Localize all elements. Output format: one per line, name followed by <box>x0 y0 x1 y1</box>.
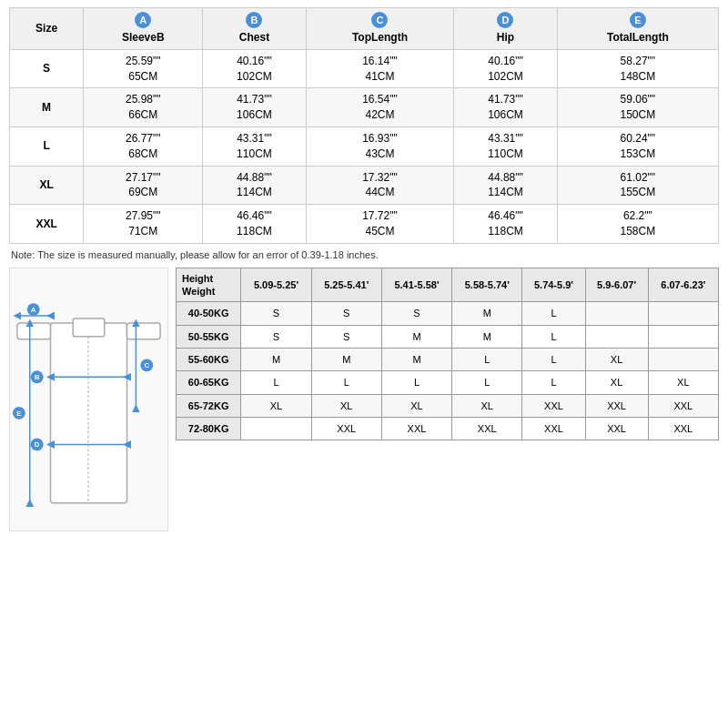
height-col-7: 6.07-6.23' <box>648 268 718 302</box>
svg-rect-1 <box>73 318 105 337</box>
data-cell: 17.72""45CM <box>306 205 454 244</box>
size-col-header: Size <box>10 8 84 50</box>
bottom-section: A B C D E <box>9 268 719 531</box>
height-col-2: 5.25-5.41' <box>311 268 381 302</box>
size-value-cell: S <box>241 325 311 348</box>
size-value-cell: L <box>452 348 522 370</box>
size-value-cell: XL <box>585 371 648 394</box>
data-cell: 60.24""153CM <box>557 126 718 166</box>
size-value-cell: XXL <box>522 394 585 417</box>
size-cell: L <box>10 126 84 166</box>
size-chart-table: Size A SleeveB B Chest C TopLength D Hip <box>9 7 719 244</box>
size-value-cell: XXL <box>648 417 718 440</box>
svg-text:E: E <box>16 410 21 418</box>
size-value-cell: XXL <box>522 417 585 440</box>
size-cell: XL <box>10 166 84 205</box>
table-row: 55-60KGMMMLLXL <box>177 348 719 370</box>
data-cell: 40.16""102CM <box>203 49 306 88</box>
table-row: 40-50KGSSSML <box>177 302 719 325</box>
weight-cell: 60-65KG <box>177 371 241 394</box>
size-value-cell: L <box>311 371 381 394</box>
data-cell: 43.31""110CM <box>454 126 557 166</box>
data-cell: 17.32""44CM <box>306 166 454 205</box>
table-row: S25.59""65CM40.16""102CM16.14""41CM40.16… <box>10 49 719 88</box>
data-cell: 62.2""158CM <box>557 205 718 244</box>
height-col-1: 5.09-5.25' <box>241 268 311 302</box>
wh-chart-table: Height Weight 5.09-5.25' 5.25-5.41' 5.41… <box>176 268 719 440</box>
table-row: 72-80KGXXLXXLXXLXXLXXLXXL <box>177 417 719 440</box>
table-row: L26.77""68CM43.31""110CM16.93""43CM43.31… <box>10 126 719 166</box>
data-cell: 16.14""41CM <box>306 49 454 88</box>
data-cell: 61.02""155CM <box>557 166 718 205</box>
hip-col-header: D Hip <box>454 8 557 50</box>
size-cell: M <box>10 88 84 127</box>
data-cell: 46.46""118CM <box>454 205 557 244</box>
size-value-cell: XL <box>241 394 311 417</box>
size-value-cell <box>585 325 648 348</box>
data-cell: 16.93""43CM <box>306 126 454 166</box>
size-value-cell: XL <box>311 394 381 417</box>
size-value-cell: M <box>381 348 451 370</box>
svg-text:C: C <box>144 361 149 369</box>
weight-cell: 50-55KG <box>177 325 241 348</box>
table-row: 50-55KGSSMML <box>177 325 719 348</box>
garment-diagram: A B C D E <box>9 268 168 531</box>
data-cell: 16.54""42CM <box>306 88 454 127</box>
weight-cell: 65-72KG <box>177 394 241 417</box>
svg-text:A: A <box>31 306 36 314</box>
height-col-6: 5.9-6.07' <box>585 268 648 302</box>
size-value-cell: XXL <box>311 417 381 440</box>
size-value-cell: L <box>452 371 522 394</box>
size-value-cell: L <box>522 348 585 370</box>
size-value-cell: S <box>241 302 311 325</box>
circle-d: D <box>497 12 513 28</box>
size-value-cell: XXL <box>452 417 522 440</box>
size-value-cell: XXL <box>585 394 648 417</box>
wh-header-cell: Height Weight <box>177 268 241 302</box>
table-row: XXL27.95""71CM46.46""118CM17.72""45CM46.… <box>10 205 719 244</box>
table-row: XL27.17""69CM44.88""114CM17.32""44CM44.8… <box>10 166 719 205</box>
table-row: 60-65KGLLLLLXLXL <box>177 371 719 394</box>
size-value-cell <box>648 325 718 348</box>
size-value-cell: M <box>241 348 311 370</box>
data-cell: 59.06""150CM <box>557 88 718 127</box>
size-value-cell: L <box>522 325 585 348</box>
size-value-cell: M <box>452 325 522 348</box>
data-cell: 43.31""110CM <box>203 126 306 166</box>
weight-cell: 72-80KG <box>177 417 241 440</box>
size-value-cell <box>648 302 718 325</box>
size-value-cell <box>241 417 311 440</box>
data-cell: 41.73""106CM <box>203 88 306 127</box>
totallength-col-header: E TotalLength <box>557 8 718 50</box>
size-note: Note: The size is measured manually, ple… <box>9 249 719 260</box>
size-value-cell: S <box>311 325 381 348</box>
data-cell: 44.88""114CM <box>454 166 557 205</box>
data-cell: 41.73""106CM <box>454 88 557 127</box>
data-cell: 46.46""118CM <box>203 205 306 244</box>
main-container: Size A SleeveB B Chest C TopLength D Hip <box>0 0 728 539</box>
size-value-cell: XL <box>452 394 522 417</box>
size-value-cell: M <box>311 348 381 370</box>
height-col-4: 5.58-5.74' <box>452 268 522 302</box>
svg-text:B: B <box>35 373 40 381</box>
size-value-cell: XL <box>381 394 451 417</box>
svg-text:D: D <box>35 440 40 449</box>
size-value-cell: M <box>381 325 451 348</box>
data-cell: 25.59""65CM <box>84 49 203 88</box>
data-cell: 26.77""68CM <box>84 126 203 166</box>
size-value-cell: S <box>311 302 381 325</box>
height-col-3: 5.41-5.58' <box>381 268 451 302</box>
circle-c: C <box>371 12 388 28</box>
size-value-cell: L <box>522 371 585 394</box>
data-cell: 25.98""66CM <box>84 88 203 127</box>
data-cell: 40.16""102CM <box>454 49 557 88</box>
size-value-cell: XXL <box>648 394 718 417</box>
size-value-cell <box>648 348 718 370</box>
size-value-cell: XXL <box>381 417 451 440</box>
chest-col-header: B Chest <box>203 8 306 50</box>
data-cell: 58.27""148CM <box>557 49 718 88</box>
data-cell: 27.17""69CM <box>84 166 203 205</box>
circle-b: B <box>246 12 262 28</box>
size-value-cell <box>585 302 648 325</box>
size-value-cell: XL <box>648 371 718 394</box>
